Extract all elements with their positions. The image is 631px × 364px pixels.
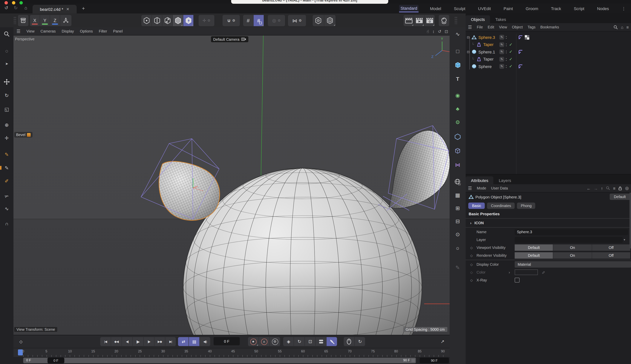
toolbar-grip-right[interactable] [454, 16, 457, 25]
minimize-window-button[interactable] [12, 1, 15, 4]
edit-badge[interactable]: ✎ [499, 35, 504, 40]
chip-basic[interactable]: Basic [468, 202, 485, 209]
camera-board-tool-2[interactable]: ⊟ [450, 218, 466, 224]
tab-takes[interactable]: Takes [490, 15, 511, 23]
board-tool[interactable]: ▦ [450, 192, 466, 198]
omni-move-tool[interactable]: ⊕ [0, 122, 14, 128]
maximize-view-icon[interactable]: ⊡ [445, 29, 448, 34]
circle-board-tool[interactable]: ⊙ [450, 231, 466, 237]
menu-view[interactable]: View [27, 29, 35, 33]
pan-hand-icon[interactable]: ☝ [427, 29, 429, 34]
rv-on-button[interactable]: On [553, 252, 592, 258]
arc-tool[interactable]: ∩ [0, 221, 14, 226]
search-icon[interactable] [606, 186, 610, 190]
scale-tool[interactable]: ◱ [0, 106, 14, 112]
polygon-mode-button[interactable] [162, 15, 173, 26]
menu-cameras[interactable]: Cameras [41, 29, 56, 33]
workspace-tab-track[interactable]: Track [549, 5, 562, 12]
render-settings-button[interactable]: ⚙ [425, 15, 435, 26]
play-mode-button[interactable]: ▤ [189, 337, 200, 346]
animate-record-button[interactable]: ↻ [355, 337, 365, 346]
menu-filter[interactable]: Filter [99, 29, 107, 33]
next-key-button[interactable]: ▶◆ [154, 337, 165, 346]
symmetry-button[interactable]: ⋈ ⚙ [288, 15, 306, 26]
interactive-render-button[interactable] [439, 15, 449, 26]
visibility-dots[interactable]: ●● [506, 57, 507, 61]
objects-menu-edit[interactable]: Edit [488, 25, 494, 29]
phong-tag-icon[interactable] [518, 49, 523, 54]
timeline-ruler[interactable]: 0 5 10 15 20 25 30 35 40 45 50 55 60 65 … [14, 348, 450, 357]
display-color-dropdown[interactable]: Material [515, 261, 631, 268]
select-tool[interactable]: ➤ [0, 62, 14, 66]
current-frame-field[interactable]: 0 F [214, 337, 240, 345]
z-axis-lock-button[interactable]: Z [50, 15, 60, 26]
view-type-label[interactable]: Perspective [15, 37, 35, 41]
workspace-tab-script[interactable]: Script [572, 5, 586, 12]
preview-range-bar[interactable]: 0 F 90 F [23, 358, 416, 363]
menu-display[interactable]: Display [62, 29, 74, 33]
objects-menu-tags[interactable]: Tags [528, 25, 535, 29]
spline-pen-tool[interactable]: ∿ [450, 31, 466, 37]
edit-badge[interactable]: ✎ [499, 49, 504, 54]
key-diamond-icon[interactable]: ◇ [470, 254, 473, 257]
object-row-sphere[interactable]: Sphere ✎ ●● ✓ [466, 63, 631, 70]
color-swatch[interactable] [515, 270, 538, 275]
key-rotation-button[interactable]: ↻ [294, 337, 305, 346]
attributes-hamburger-icon[interactable]: ☰ [468, 186, 472, 191]
prev-frame-button[interactable]: ◀| [122, 337, 133, 346]
edit-badge[interactable]: ✎ [499, 56, 504, 62]
range-start-field[interactable]: 0 F [48, 358, 64, 363]
keyframe-bar-button[interactable]: ◇ [17, 337, 25, 346]
forward-icon[interactable]: → [594, 186, 598, 190]
pen-tool[interactable]: ✎ [0, 152, 14, 157]
vv-default-button[interactable]: Default [515, 244, 553, 251]
filter-icon[interactable]: ≡ [613, 186, 615, 190]
render-view-button[interactable] [404, 15, 414, 26]
live-selection-tool[interactable]: ◌ [0, 48, 14, 54]
vegetation-tool[interactable]: ♣ [450, 106, 466, 112]
key-parameter-button[interactable]: ⊡ [305, 337, 316, 346]
object-row-taper2[interactable]: └ Taper ✎ ●● ✓ [466, 56, 631, 62]
default-preset-button[interactable]: Default [610, 194, 630, 200]
points-mode-button[interactable] [141, 15, 152, 26]
model-mode-button[interactable] [173, 15, 183, 26]
tablet-tool[interactable]: ✎ [450, 264, 466, 270]
generator-tool[interactable]: ⚙ [450, 119, 466, 125]
new-tab-icon[interactable]: + [80, 5, 87, 11]
visibility-dots[interactable]: ●● [506, 50, 507, 54]
layer-dropdown[interactable] [515, 237, 623, 243]
dolly-icon[interactable]: ↕ [432, 29, 434, 34]
workspace-tab-paint[interactable]: Paint [502, 5, 514, 12]
tab-attributes[interactable]: Attributes [466, 176, 494, 184]
object-row-sphere3[interactable]: ⊟ Sphere.3 ✎ ●● [466, 34, 631, 41]
view-axis-gizmo[interactable]: Y X Z [431, 37, 450, 59]
objects-hamburger-icon[interactable]: ☰ [468, 24, 472, 30]
camera-label[interactable]: Default Camera [211, 36, 248, 42]
enabled-check-icon[interactable]: ✓ [509, 64, 512, 69]
zoom-window-button[interactable] [20, 1, 23, 4]
workspace-tab-model[interactable]: Model [428, 5, 443, 12]
document-tab[interactable]: bear02.c4d * ✕ [33, 5, 77, 14]
key-diamond-icon[interactable]: ◇ [470, 262, 473, 266]
workspace-tab-nodes[interactable]: Nodes [595, 5, 610, 12]
key-position-button[interactable]: ◈ [283, 337, 294, 346]
attributes-menu-mode[interactable]: Mode [477, 186, 486, 190]
key-diamond-icon[interactable]: ◇ [470, 246, 473, 250]
pen-tool-3[interactable]: ✐ [0, 178, 14, 184]
range-end-field[interactable]: 90 F [420, 358, 449, 363]
objects-menu-object[interactable]: Object [512, 25, 523, 29]
deformer-tool[interactable] [450, 148, 466, 154]
texture-tag-icon[interactable] [525, 35, 529, 40]
rectangle-tool[interactable]: □ [450, 48, 466, 54]
render-to-pv-button[interactable] [414, 15, 425, 26]
edge-mode-button[interactable] [152, 15, 162, 26]
key-toggle-button[interactable] [316, 337, 327, 346]
left-ear-sphere[interactable] [141, 139, 220, 220]
rotate-tool[interactable]: ↻ [0, 93, 14, 98]
objects-menu-file[interactable]: File [477, 25, 483, 29]
phong-tag-icon[interactable] [518, 64, 523, 69]
search-icon[interactable] [613, 25, 618, 29]
objects-menu-view[interactable]: View [499, 25, 507, 29]
knife-tool[interactable]: ✃ [0, 194, 14, 199]
right-ear-sphere[interactable] [378, 126, 450, 210]
